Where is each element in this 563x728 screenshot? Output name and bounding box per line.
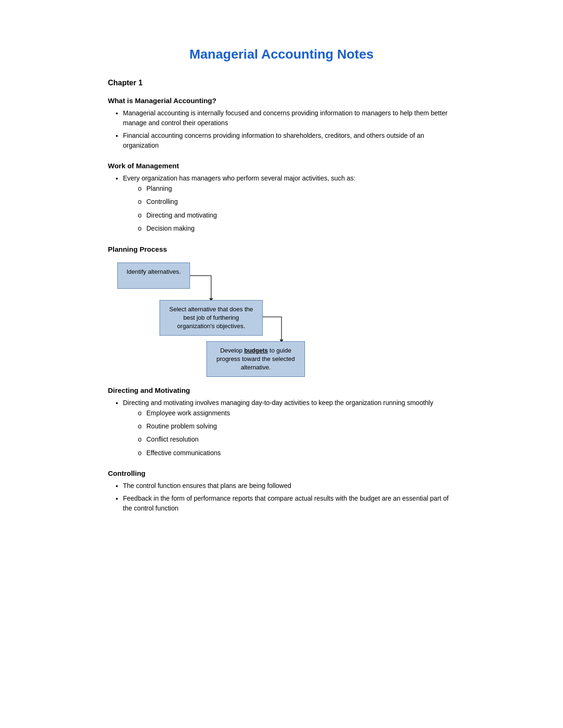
directing-motivating-heading: Directing and Motivating — [108, 386, 455, 394]
list-item: Decision making — [138, 223, 455, 233]
diagram-box-1: Identify alternatives. — [117, 263, 190, 289]
diagram-box-3: Develop budgets to guide progress toward… — [206, 341, 305, 377]
list-item: Directing and motivating — [138, 210, 455, 220]
work-of-management-heading: Work of Management — [108, 162, 455, 170]
work-of-management-list: Every organization has managers who perf… — [123, 173, 455, 234]
what-is-list: Managerial accounting is internally focu… — [123, 108, 455, 150]
work-management-item: Every organization has managers who perf… — [123, 173, 455, 234]
list-item: Conflict resolution — [138, 434, 455, 444]
list-item: The control function ensures that plans … — [123, 481, 455, 491]
page-title: Managerial Accounting Notes — [108, 47, 455, 62]
directing-motivating-item: Directing and motivating involves managi… — [123, 398, 455, 458]
directing-motivating-list: Directing and motivating involves managi… — [123, 398, 455, 458]
list-item: Controlling — [138, 196, 455, 207]
list-item: Financial accounting concerns providing … — [123, 131, 455, 150]
planning-process-heading: Planning Process — [108, 245, 455, 253]
controlling-heading: Controlling — [108, 469, 455, 477]
list-item: Managerial accounting is internally focu… — [123, 108, 455, 128]
list-item: Feedback in the form of performance repo… — [123, 494, 455, 513]
chapter-heading: Chapter 1 — [108, 79, 455, 87]
list-item: Planning — [138, 183, 455, 194]
work-sub-list: Planning Controlling Directing and motiv… — [138, 183, 455, 234]
list-item: Employee work assignments — [138, 408, 455, 418]
what-is-heading: What is Managerial Accounting? — [108, 97, 455, 105]
diagram-box-2: Select alternative that does the best jo… — [160, 300, 263, 336]
diagram-wrapper: Identify alternatives. Select alternativ… — [117, 263, 361, 375]
controlling-list: The control function ensures that plans … — [123, 481, 455, 513]
page-container: Managerial Accounting Notes Chapter 1 Wh… — [80, 0, 483, 555]
directing-sub-list: Employee work assignments Routine proble… — [138, 408, 455, 458]
list-item: Routine problem solving — [138, 421, 455, 431]
diagram-section: Identify alternatives. Select alternativ… — [108, 263, 455, 375]
list-item: Effective communications — [138, 448, 455, 458]
